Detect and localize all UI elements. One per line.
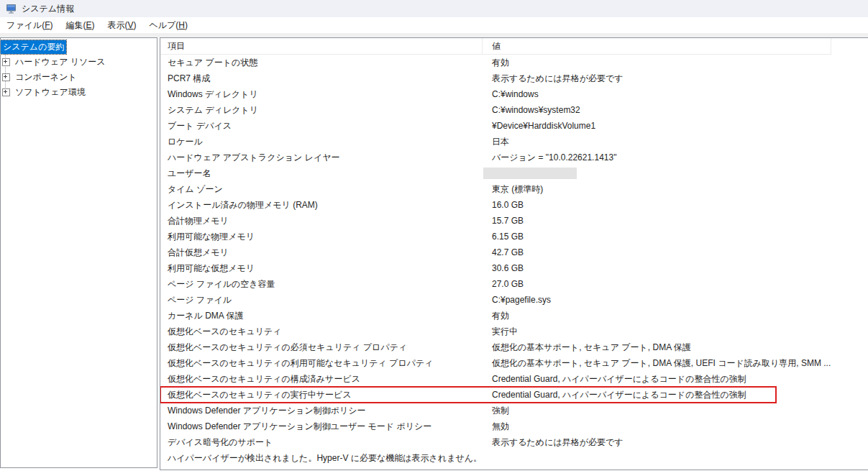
category-tree-pane: システムの要約 ハードウェア リソース コンポーネント ソフトウェア環境 [0, 37, 157, 468]
item-cell: Windows Defender アプリケーション制御ポリシー [160, 405, 483, 417]
menu-item-label-suffix: ) [134, 20, 137, 30]
value-cell: 27.0 GB [483, 279, 868, 289]
value-cell: 強制 [483, 405, 868, 417]
table-row[interactable]: ロケール 日本 [160, 134, 868, 150]
item-cell: Windows ディレクトリ [160, 88, 483, 101]
value-cell: 無効 [483, 421, 868, 433]
table-row[interactable]: Windows Defender アプリケーション制御ポリシー 強制 [160, 403, 868, 418]
tree-item-label: コンポーネント [13, 70, 79, 84]
menu-item-label: ファイル( [6, 19, 45, 32]
tree-item-label: ハードウェア リソース [13, 55, 108, 69]
table-row[interactable]: 仮想化ベースのセキュリティの必須セキュリティ プロパティ 仮想化の基本サポート,… [160, 339, 868, 355]
item-cell: インストール済みの物理メモリ (RAM) [160, 199, 483, 211]
tree-item-label: ソフトウェア環境 [13, 86, 88, 99]
value-cell: 30.6 GB [483, 263, 868, 273]
table-row[interactable]: ハードウェア アブストラクション レイヤー バージョン = "10.0.2262… [160, 150, 868, 165]
item-cell: デバイス暗号化のサポート [160, 436, 483, 449]
value-cell: 表示するためには昇格が必要です [483, 73, 868, 85]
menu-item[interactable]: 編集(E) [59, 17, 101, 33]
item-cell: 仮想化ベースのセキュリティ [160, 326, 483, 338]
menu-item[interactable]: ファイル(F) [0, 17, 59, 33]
menu-item-label: ヘルプ( [150, 19, 179, 32]
item-cell: ページ ファイル [160, 294, 483, 306]
table-row[interactable]: ユーザー名 [160, 165, 868, 181]
item-cell: PCR7 構成 [160, 73, 483, 85]
system-summary-pane: 項目 値 セキュア ブートの状態 有効 PCR7 構成 表示するためには昇格が必… [160, 37, 868, 470]
item-cell: セキュア ブートの状態 [160, 57, 483, 69]
item-cell: 仮想化ベースのセキュリティの構成済みサービス [160, 373, 483, 385]
item-cell: ハイパーバイザーが検出されました。Hyper-V に必要な機能は表示されません。 [160, 452, 483, 464]
value-cell: Credential Guard, ハイパーバイザーによるコードの整合性の強制 [483, 373, 868, 385]
menu-item-label-suffix: ) [185, 20, 188, 30]
menu-item[interactable]: 表示(V) [101, 17, 142, 33]
tree-item-label: システムの要約 [1, 40, 66, 54]
item-cell: ロケール [160, 136, 483, 148]
title-bar[interactable]: システム情報 [0, 0, 868, 17]
item-cell: ブート デバイス [160, 120, 483, 132]
item-cell: Windows Defender アプリケーション制御ユーザー モード ポリシー [160, 421, 483, 433]
value-cell: バージョン = "10.0.22621.1413" [483, 152, 868, 164]
value-cell: 15.7 GB [483, 216, 868, 226]
item-cell: ユーザー名 [160, 168, 483, 180]
value-cell: C:¥windows¥system32 [483, 105, 868, 115]
expand-plus-icon[interactable] [2, 58, 10, 66]
table-row[interactable]: Windows ディレクトリ C:¥windows [160, 86, 868, 102]
table-row[interactable]: PCR7 構成 表示するためには昇格が必要です [160, 70, 868, 86]
value-cell: 実行中 [483, 326, 868, 338]
table-row[interactable]: 利用可能な物理メモリ 6.15 GB [160, 229, 868, 244]
item-cell: 仮想化ベースのセキュリティの必須セキュリティ プロパティ [160, 342, 483, 354]
value-cell: 日本 [483, 136, 868, 148]
item-cell: 利用可能な物理メモリ [160, 231, 483, 243]
menu-item[interactable]: ヘルプ(H) [143, 17, 195, 33]
menu-item-label-suffix: ) [50, 20, 52, 30]
table-row[interactable]: デバイス暗号化のサポート 表示するためには昇格が必要です [160, 434, 868, 450]
table-row[interactable]: 利用可能な仮想メモリ 30.6 GB [160, 260, 868, 276]
table-row[interactable]: タイム ゾーン 東京 (標準時) [160, 181, 868, 197]
item-cell: 利用可能な仮想メモリ [160, 262, 483, 275]
value-cell: 仮想化の基本サポート, セキュア ブート, DMA 保護, UEFI コード読み… [483, 357, 868, 370]
item-cell: ハードウェア アブストラクション レイヤー [160, 152, 483, 164]
value-cell: Credential Guard, ハイパーバイザーによるコードの整合性の強制 [483, 389, 868, 401]
menu-item-mnemonic: V [127, 20, 133, 30]
value-cell: 16.0 GB [483, 200, 868, 210]
item-cell: 仮想化ベースのセキュリティの実行中サービス [160, 389, 483, 401]
table-row[interactable]: ページ ファイル C:¥pagefile.sys [160, 292, 868, 308]
table-row[interactable]: 合計物理メモリ 15.7 GB [160, 213, 868, 229]
table-row[interactable]: ブート デバイス ¥Device¥HarddiskVolume1 [160, 118, 868, 134]
table-row[interactable]: Windows Defender アプリケーション制御ユーザー モード ポリシー… [160, 418, 868, 434]
value-cell: 有効 [483, 57, 868, 69]
window-title: システム情報 [22, 3, 74, 15]
value-cell: 仮想化の基本サポート, セキュア ブート, DMA 保護 [483, 342, 868, 354]
item-cell: 仮想化ベースのセキュリティの利用可能なセキュリティ プロパティ [160, 357, 483, 370]
table-row[interactable]: 仮想化ベースのセキュリティの実行中サービス Credential Guard, … [160, 387, 868, 403]
item-cell: 合計仮想メモリ [160, 247, 483, 259]
column-header-value[interactable]: 値 [483, 38, 831, 55]
tree-item[interactable]: ハードウェア リソース [1, 55, 157, 70]
column-header-item[interactable]: 項目 [160, 38, 483, 55]
table-row[interactable]: 仮想化ベースのセキュリティの構成済みサービス Credential Guard,… [160, 371, 868, 387]
table-row[interactable]: セキュア ブートの状態 有効 [160, 55, 868, 70]
item-cell: タイム ゾーン [160, 183, 483, 196]
table-row[interactable]: カーネル DMA 保護 有効 [160, 308, 868, 324]
table-row[interactable]: ハイパーバイザーが検出されました。Hyper-V に必要な機能は表示されません。 [160, 450, 868, 466]
tree-item[interactable]: システムの要約 [1, 40, 157, 55]
sidebar-tree: システムの要約 ハードウェア リソース コンポーネント ソフトウェア環境 [1, 40, 157, 100]
item-cell: 合計物理メモリ [160, 215, 483, 227]
menu-item-label: 編集( [65, 19, 86, 32]
table-row[interactable]: 仮想化ベースのセキュリティの利用可能なセキュリティ プロパティ 仮想化の基本サポ… [160, 355, 868, 371]
table-row[interactable]: 合計仮想メモリ 42.7 GB [160, 244, 868, 260]
value-cell: 表示するためには昇格が必要です [483, 436, 868, 449]
menu-item-mnemonic: E [86, 20, 91, 30]
table-row[interactable]: ページ ファイルの空き容量 27.0 GB [160, 276, 868, 292]
table-row[interactable]: システム ディレクトリ C:¥windows¥system32 [160, 102, 868, 118]
table-row[interactable]: 仮想化ベースのセキュリティ 実行中 [160, 324, 868, 339]
expand-plus-icon[interactable] [2, 88, 10, 96]
value-cell: C:¥pagefile.sys [483, 295, 868, 305]
tree-item[interactable]: コンポーネント [1, 70, 157, 85]
menu-bar: ファイル(F) 編集(E) 表示(V) ヘルプ(H) [0, 17, 868, 33]
table-row[interactable]: インストール済みの物理メモリ (RAM) 16.0 GB [160, 197, 868, 213]
menu-item-mnemonic: F [45, 20, 50, 30]
menu-item-mnemonic: H [178, 20, 185, 30]
tree-item[interactable]: ソフトウェア環境 [1, 85, 157, 100]
expand-plus-icon[interactable] [2, 73, 10, 81]
